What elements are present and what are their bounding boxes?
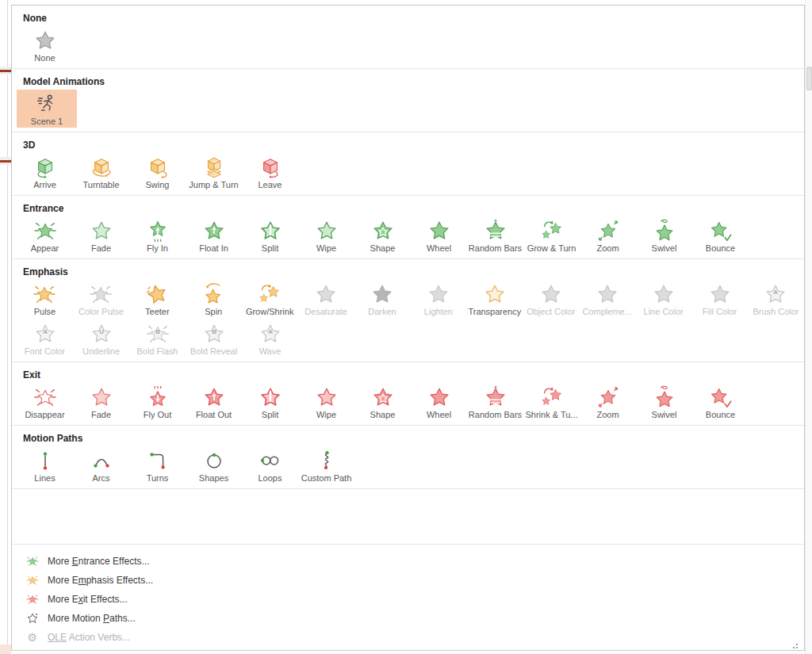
turns-icon [146, 447, 170, 473]
effect-wipe[interactable]: Wipe [298, 216, 354, 254]
resize-grip[interactable] [790, 644, 798, 651]
svg-text:B: B [212, 327, 216, 335]
effect-zoom[interactable]: Zoom [580, 383, 636, 421]
effect-label: Lines [34, 473, 55, 484]
effect-label: Leave [259, 180, 282, 190]
effect-lines[interactable]: Lines [17, 446, 73, 484]
section-title: Model Animations [23, 76, 804, 87]
svg-text:B: B [155, 327, 160, 335]
effect-label: Line Color [644, 307, 684, 317]
effect-arcs[interactable]: Arcs [73, 446, 129, 484]
effect-label: Lighten [424, 307, 453, 317]
effect-label: Jump & Turn [189, 180, 238, 190]
underline-icon: U [90, 320, 113, 346]
bounce-icon [709, 217, 733, 243]
section-exit: Exit DisappearFade Fly OutFloat OutSplit… [12, 362, 804, 426]
effect-shape[interactable]: Shape [354, 383, 411, 421]
effect-swing[interactable]: Swing [129, 153, 186, 191]
wipe-icon [315, 217, 339, 243]
effect-wipe[interactable]: Wipe [298, 383, 354, 421]
effect-turns[interactable]: Turns [129, 446, 186, 484]
effect-label: Turns [147, 473, 169, 484]
effect-fly-out[interactable]: Fly Out [129, 383, 186, 421]
effect-label: Split [262, 410, 278, 420]
object-color-icon [539, 281, 563, 307]
split-icon [259, 217, 282, 243]
background-slide-fragment [0, 644, 11, 654]
effect-grow-shrink[interactable]: Grow/Shrink [242, 280, 298, 318]
effect-appear[interactable]: Appear [17, 216, 73, 254]
effect-bold-reveal: BBold Reveal [186, 319, 242, 358]
effect-random-bars[interactable]: Random Bars [467, 383, 523, 421]
effect-label: Loops [259, 473, 282, 484]
effect-swivel[interactable]: Swivel [636, 216, 692, 254]
menu-item-more-exit-effects[interactable]: More Exit Effects... [12, 590, 804, 609]
menu-item-more-entrance-effects[interactable]: More Entrance Effects... [12, 552, 804, 571]
effect-scene-1[interactable]: Scene 1 [17, 90, 77, 128]
effect-split[interactable]: Split [242, 383, 298, 421]
effect-compleme: Compleme... [579, 280, 635, 318]
effect-label: Teeter [145, 307, 170, 317]
effect-label: Wave [259, 346, 282, 357]
effect-bounce[interactable]: Bounce [692, 216, 749, 254]
effect-label: Float Out [196, 410, 232, 420]
label-text: phasis Effects... [86, 575, 154, 586]
effect-shape[interactable]: Shape [354, 216, 411, 254]
effect-transparency[interactable]: Transparency [466, 280, 523, 318]
effect-spin[interactable]: Spin [186, 280, 242, 318]
effect-wheel[interactable]: Wheel [411, 216, 467, 254]
star-green-icon [25, 555, 39, 568]
effect-custom-path[interactable]: Custom Path [298, 446, 354, 484]
effect-label: Bold Reveal [190, 346, 237, 357]
label-text: More [48, 556, 72, 567]
effect-fly-in[interactable]: Fly In [129, 216, 186, 254]
section-title: Emphasis [23, 266, 804, 277]
effect-fade[interactable]: Fade [73, 383, 129, 421]
bounce-icon [709, 384, 733, 410]
label-text: it Effects... [83, 594, 128, 605]
wheel-icon [427, 384, 451, 410]
effect-fill-color: Fill Color [691, 280, 748, 318]
effect-zoom[interactable]: Zoom [580, 216, 636, 254]
effect-label: Fade [91, 243, 111, 254]
effect-disappear[interactable]: Disappear [17, 383, 73, 421]
effect-pulse[interactable]: Pulse [17, 280, 73, 318]
menu-item-more-motion-paths[interactable]: More Motion Paths... [12, 609, 804, 628]
effect-float-in[interactable]: Float In [186, 216, 242, 254]
effect-shapes[interactable]: Shapes [186, 446, 242, 484]
effect-arrive[interactable]: Arrive [17, 153, 73, 191]
window-scrollbar[interactable] [805, 0, 812, 654]
effect-object-color: Object Color [523, 280, 579, 318]
effect-label: Arrive [33, 180, 56, 190]
effect-loops[interactable]: Loops [242, 446, 298, 484]
effect-split[interactable]: Split [242, 216, 298, 254]
effect-label: Swivel [652, 410, 677, 420]
effect-bounce[interactable]: Bounce [692, 383, 749, 421]
effect-label: Shape [370, 410, 396, 420]
brush-color-icon: A [764, 281, 787, 307]
effect-leave[interactable]: Leave [242, 153, 298, 191]
effect-swivel[interactable]: Swivel [636, 383, 692, 421]
effect-brush-color: ABrush Color [748, 280, 804, 318]
effect-label: Random Bars [469, 410, 522, 420]
effect-fade[interactable]: Fade [73, 216, 129, 254]
effect-grow-turn[interactable]: Grow & Turn [523, 216, 580, 254]
color-pulse-icon [89, 281, 113, 307]
effect-teeter[interactable]: Teeter [129, 280, 186, 318]
effect-none[interactable]: None [17, 26, 73, 64]
section-entrance: Entrance AppearFade Fly InFloat InSplitW… [12, 196, 804, 259]
line-color-icon [652, 281, 676, 307]
effect-random-bars[interactable]: Random Bars [467, 216, 523, 254]
effect-turntable[interactable]: Turntable [73, 153, 129, 191]
effect-shrink-tu[interactable]: Shrink & Tu... [523, 383, 580, 421]
section-model-animations: Model Animations Scene 1 [12, 69, 804, 132]
effect-label: Color Pulse [79, 307, 124, 317]
effect-float-out[interactable]: Float Out [186, 383, 242, 421]
scrollbar-thumb[interactable] [806, 67, 812, 90]
effect-jump-turn[interactable]: Jump & Turn [186, 153, 242, 191]
menu-item-more-emphasis-effects[interactable]: More Emphasis Effects... [12, 571, 804, 590]
section-emphasis: Emphasis Pulse Color Pulse Teeter Spin G… [12, 259, 804, 362]
shapes-icon [202, 447, 226, 473]
effect-label: Fly Out [144, 410, 171, 420]
effect-wheel[interactable]: Wheel [411, 383, 467, 421]
